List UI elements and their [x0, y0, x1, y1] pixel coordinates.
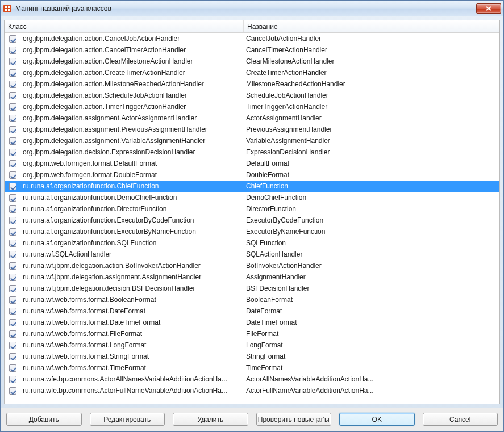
row-checkbox-cell	[5, 251, 20, 258]
row-checkbox-cell	[5, 92, 20, 99]
table-row[interactable]: org.jbpm.web.formgen.format.DefaultForma…	[5, 158, 499, 169]
table-row[interactable]: ru.runa.wf.jbpm.delegation.assignment.As…	[5, 271, 499, 283]
row-checkbox-cell	[5, 376, 20, 383]
row-checkbox[interactable]	[9, 69, 16, 77]
table-row[interactable]: ru.runa.af.organizationfunction.Executor…	[5, 215, 499, 226]
table-row[interactable]: ru.runa.wf.jbpm.delegation.decision.BSFD…	[5, 283, 499, 294]
row-checkbox[interactable]	[9, 296, 16, 304]
row-checkbox[interactable]	[9, 183, 16, 190]
row-checkbox[interactable]	[9, 364, 16, 372]
row-checkbox[interactable]	[9, 240, 16, 247]
row-checkbox[interactable]	[9, 126, 16, 133]
row-name: PreviousAssignmentHandler	[244, 125, 380, 133]
table-row[interactable]: org.jbpm.delegation.action.TimerTriggerA…	[5, 101, 499, 112]
row-checkbox[interactable]	[9, 228, 16, 236]
row-class: ru.runa.wfe.bp.commons.ActorFullNameVari…	[20, 387, 244, 395]
table-row[interactable]: ru.runa.af.organizationfunction.Director…	[5, 203, 499, 215]
row-name: BSFDecisionHandler	[244, 284, 380, 292]
row-checkbox[interactable]	[9, 217, 16, 224]
row-class: ru.runa.wf.SQLActionHandler	[20, 250, 244, 258]
table-row[interactable]: org.jbpm.delegation.assignment.PreviousA…	[5, 124, 499, 135]
row-class: ru.runa.wf.web.forms.format.LongFormat	[20, 341, 244, 349]
row-checkbox[interactable]	[9, 353, 16, 360]
column-header-name[interactable]: Название	[244, 20, 380, 32]
row-checkbox[interactable]	[9, 205, 16, 213]
row-checkbox-cell	[5, 296, 20, 304]
table-row[interactable]: org.jbpm.delegation.action.CreateTimerAc…	[5, 67, 499, 78]
table-row[interactable]: org.jbpm.delegation.assignment.ActorAssi…	[5, 112, 499, 124]
titlebar[interactable]: Мапинг названий java классов	[1, 1, 503, 16]
row-checkbox[interactable]	[9, 92, 16, 99]
row-checkbox[interactable]	[9, 262, 16, 270]
table-row[interactable]: ru.runa.wfe.bp.commons.ActorAllNamesVari…	[5, 374, 499, 385]
table-row[interactable]: ru.runa.af.organizationfunction.Executor…	[5, 226, 499, 237]
row-checkbox[interactable]	[9, 35, 16, 43]
row-name: ScheduleJobActionHandler	[244, 91, 380, 99]
check-new-jars-button[interactable]: Проверить новые jar'ы	[256, 413, 332, 426]
table-row[interactable]: ru.runa.wf.web.forms.format.StringFormat…	[5, 351, 499, 362]
table-row[interactable]: ru.runa.wf.web.forms.format.FileFormatFi…	[5, 328, 499, 339]
row-checkbox[interactable]	[9, 285, 16, 292]
row-checkbox[interactable]	[9, 149, 16, 156]
row-class: org.jbpm.delegation.action.CreateTimerAc…	[20, 69, 244, 77]
row-checkbox[interactable]	[9, 274, 16, 281]
edit-button[interactable]: Редактировать	[90, 413, 165, 426]
row-checkbox-cell	[5, 81, 20, 88]
row-checkbox[interactable]	[9, 387, 16, 395]
table-body[interactable]: org.jbpm.delegation.action.CancelJobActi…	[5, 33, 499, 404]
row-checkbox[interactable]	[9, 376, 16, 383]
row-name: SQLFunction	[244, 239, 380, 247]
row-name: ExecutorByCodeFunction	[244, 216, 380, 224]
row-checkbox[interactable]	[9, 160, 16, 167]
close-button[interactable]	[476, 3, 501, 14]
table-row[interactable]: org.jbpm.web.formgen.format.DoubleFormat…	[5, 169, 499, 181]
table-row[interactable]: ru.runa.wf.jbpm.delegation.action.BotInv…	[5, 260, 499, 271]
cancel-button[interactable]: Cancel	[423, 413, 498, 426]
table-row[interactable]: ru.runa.af.organizationfunction.SQLFunct…	[5, 237, 499, 249]
row-checkbox[interactable]	[9, 308, 16, 315]
table-row[interactable]: org.jbpm.delegation.action.CancelTimerAc…	[5, 44, 499, 56]
row-class: ru.runa.af.organizationfunction.ChiefFun…	[20, 182, 244, 190]
table-row[interactable]: ru.runa.wfe.bp.commons.ActorFullNameVari…	[5, 385, 499, 396]
row-checkbox[interactable]	[9, 251, 16, 258]
row-checkbox-cell	[5, 58, 20, 65]
row-class: ru.runa.wfe.bp.commons.ActorAllNamesVari…	[20, 375, 244, 383]
table-row[interactable]: ru.runa.af.organizationfunction.DemoChie…	[5, 192, 499, 203]
app-icon	[3, 4, 12, 13]
delete-button[interactable]: Удалить	[173, 413, 248, 426]
row-name: BooleanFormat	[244, 296, 380, 304]
row-checkbox-cell	[5, 217, 20, 224]
table-row[interactable]: ru.runa.wf.web.forms.format.BooleanForma…	[5, 294, 499, 305]
table-row[interactable]: ru.runa.wf.web.forms.format.TimeFormatTi…	[5, 362, 499, 374]
row-checkbox[interactable]	[9, 342, 16, 349]
row-checkbox-cell	[5, 171, 20, 179]
row-checkbox-cell	[5, 387, 20, 395]
ok-button[interactable]: OK	[339, 413, 415, 426]
table-row[interactable]: ru.runa.wf.web.forms.format.DateTimeForm…	[5, 317, 499, 328]
table-row[interactable]: ru.runa.wf.SQLActionHandlerSQLActionHand…	[5, 249, 499, 260]
row-checkbox[interactable]	[9, 330, 16, 338]
row-checkbox[interactable]	[9, 58, 16, 65]
row-checkbox[interactable]	[9, 171, 16, 179]
row-checkbox[interactable]	[9, 81, 16, 88]
table-row[interactable]: ru.runa.wf.web.forms.format.LongFormatLo…	[5, 339, 499, 351]
table-row[interactable]: org.jbpm.delegation.decision.ExpressionD…	[5, 146, 499, 158]
add-button[interactable]: Добавить	[6, 413, 82, 426]
row-checkbox[interactable]	[9, 115, 16, 122]
column-header-class[interactable]: Класс	[5, 20, 244, 32]
table-row[interactable]: org.jbpm.delegation.action.CancelJobActi…	[5, 33, 499, 44]
button-bar: Добавить Редактировать Удалить Проверить…	[1, 408, 503, 431]
row-name: StringFormat	[244, 353, 380, 360]
row-checkbox[interactable]	[9, 47, 16, 54]
row-checkbox[interactable]	[9, 137, 16, 145]
table-row[interactable]: org.jbpm.delegation.assignment.VariableA…	[5, 135, 499, 146]
table-row[interactable]: ru.runa.af.organizationfunction.ChiefFun…	[5, 181, 499, 192]
row-checkbox[interactable]	[9, 194, 16, 202]
table-row[interactable]: org.jbpm.delegation.action.MilestoneReac…	[5, 78, 499, 90]
table-row[interactable]: org.jbpm.delegation.action.ClearMileston…	[5, 56, 499, 67]
row-class: ru.runa.wf.web.forms.format.StringFormat	[20, 353, 244, 360]
table-row[interactable]: ru.runa.wf.web.forms.format.DateFormatDa…	[5, 305, 499, 317]
table-row[interactable]: org.jbpm.delegation.action.ScheduleJobAc…	[5, 90, 499, 101]
row-checkbox[interactable]	[9, 319, 16, 326]
row-checkbox[interactable]	[9, 103, 16, 111]
